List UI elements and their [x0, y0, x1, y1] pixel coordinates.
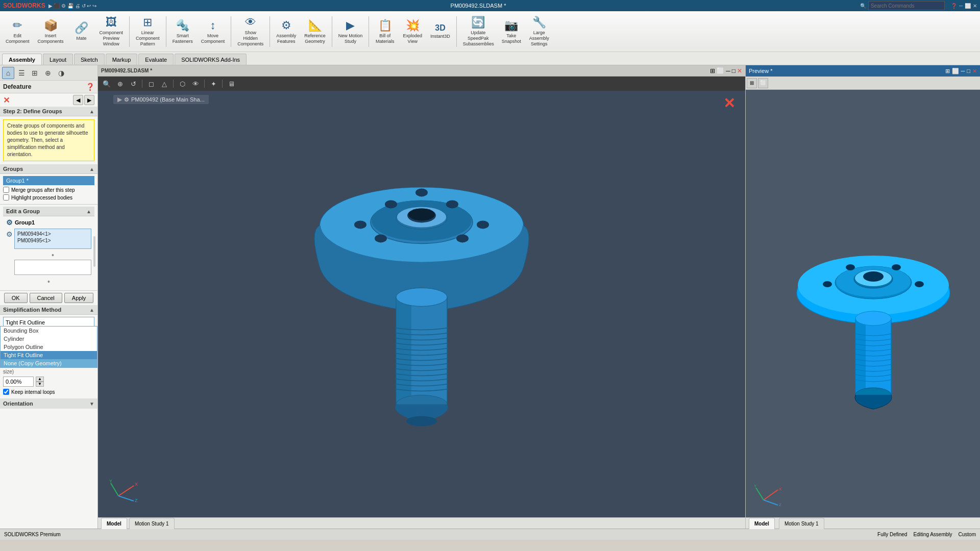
toolbar-linear-pattern[interactable]: ⊞ LinearComponentPattern — [132, 13, 163, 50]
vp-panel-restore[interactable]: ─ — [726, 67, 730, 74]
simplification-section-header[interactable]: Simplification Method ▲ — [0, 305, 97, 315]
spin-up[interactable]: ▲ — [36, 377, 44, 382]
svg-line-40 — [764, 500, 778, 505]
vp-zoom-to-fit[interactable]: 🔍 — [101, 78, 112, 89]
motion-study-icon: ▶ — [346, 19, 355, 32]
help-icon[interactable]: ❓ — [86, 83, 94, 91]
panel-tool-config[interactable]: ⊕ — [42, 67, 54, 79]
sep7 — [456, 16, 457, 47]
svg-point-35 — [892, 264, 901, 270]
vp-panel-btn1[interactable]: ⊞ — [710, 67, 715, 74]
vp-hide-show[interactable]: 👁 — [190, 78, 201, 89]
highlight-bodies-checkbox[interactable] — [3, 194, 9, 201]
panel-tool-properties[interactable]: ⊞ — [29, 67, 41, 79]
preview-tab-motion[interactable]: Motion Study 1 — [779, 518, 824, 529]
preview-title: Preview * — [749, 68, 772, 74]
orientation-header[interactable]: Orientation ▼ — [0, 398, 97, 409]
warning-text: Create groups of components and bodies t… — [7, 123, 88, 157]
toolbar-take-snapshot[interactable]: 📷 TakeSnapshot — [498, 13, 525, 50]
svg-point-33 — [915, 281, 924, 287]
dropdown-opt-tight-fit-outline[interactable]: Tight Fit Outline — [1, 351, 97, 359]
vp-previous-view[interactable]: ↺ — [128, 78, 139, 89]
vp-section-view[interactable]: ◻ — [145, 78, 157, 89]
toolbar-component-preview[interactable]: 🖼 ComponentPreviewWindow — [96, 13, 127, 50]
keep-internal-loops-row: Keep internal loops — [3, 389, 94, 395]
panel-tool-display[interactable]: ◑ — [55, 67, 67, 79]
nav-back-button[interactable]: ◀ — [73, 95, 83, 105]
nav-forward-button[interactable]: ▶ — [84, 95, 94, 105]
edit-group-header[interactable]: Edit a Group ▲ — [3, 207, 94, 216]
tab-layout[interactable]: Layout — [43, 54, 73, 65]
toolbar-assembly-features[interactable]: ⚙ AssemblyFeatures — [273, 13, 300, 50]
preview-btn-2[interactable]: ⬜ — [952, 68, 959, 74]
dropdown-opt-cylinder[interactable]: Cylinder — [1, 335, 97, 343]
merge-groups-checkbox[interactable] — [3, 187, 9, 193]
panel-tool-list[interactable]: ☰ — [15, 67, 28, 79]
toolbar-new-motion-study[interactable]: ▶ New MotionStudy — [335, 13, 366, 50]
cancel-button[interactable]: Cancel — [30, 293, 62, 303]
toolbar-update-speedpak[interactable]: 🔄 UpdateSpeedPakSubassemblies — [459, 13, 497, 50]
viewport-panel-title: PM009492.SLDASM * — [101, 68, 152, 73]
vp-panel-btn2[interactable]: ⬜ — [717, 67, 724, 74]
vp-view-settings[interactable]: 🖥 — [226, 78, 237, 89]
toolbar-exploded-view[interactable]: 💥 ExplodedView — [399, 13, 426, 50]
toolbar-bill-of-materials[interactable]: 📋 Bill ofMaterials — [372, 13, 398, 50]
preview-close[interactable]: ✕ — [972, 68, 977, 74]
toolbar-move-component[interactable]: ↕ MoveComponent — [198, 13, 229, 50]
prev-tool-2[interactable]: ⬜ — [758, 78, 768, 88]
toolbar-insert-components[interactable]: 📦 InsertComponents — [34, 13, 67, 50]
vp-view-orientation[interactable]: △ — [159, 78, 170, 89]
groups-section-header[interactable]: Groups ▲ — [0, 164, 97, 174]
preview-minimize[interactable]: ─ — [961, 68, 965, 74]
tab-assembly[interactable]: Assembly — [2, 54, 42, 65]
apply-button[interactable]: Apply — [64, 293, 94, 303]
dropdown-opt-bounding-box[interactable]: Bounding Box — [1, 327, 97, 335]
title-btn-minimize[interactable]: ─ — [959, 3, 963, 9]
dropdown-opt-none-copy[interactable]: None (Copy Geometry) — [1, 359, 97, 367]
toolbar-smart-fasteners[interactable]: 🔩 SmartFasteners — [169, 13, 197, 50]
step2-header[interactable]: Step 2: Define Groups ▲ — [0, 107, 97, 116]
preview-btn-1[interactable]: ⊞ — [945, 68, 950, 74]
cancel-x-button[interactable]: ✕ — [3, 95, 10, 105]
edit-group-title: Edit a Group — [6, 208, 40, 214]
toolbar-reference-geometry[interactable]: 📐 ReferenceGeometry — [301, 13, 329, 50]
ok-button[interactable]: OK — [4, 293, 28, 303]
component-list-box[interactable]: PM009494<1> PM009495<1> — [14, 229, 91, 249]
tab-motion-study-1[interactable]: Motion Study 1 — [129, 518, 175, 529]
title-btn-question[interactable]: ❓ — [951, 3, 957, 9]
tab-model-view[interactable]: Model — [101, 518, 127, 529]
dropdown-opt-polygon-outline[interactable]: Polygon Outline — [1, 343, 97, 351]
title-btn-restore[interactable]: ⬜ — [965, 3, 971, 9]
reference-geometry-icon: 📐 — [308, 19, 322, 32]
search-input[interactable] — [868, 1, 945, 10]
spin-down[interactable]: ▼ — [36, 382, 44, 387]
preview-maximize[interactable]: □ — [967, 68, 970, 74]
status-editing: Editing Assembly — [913, 532, 952, 537]
tab-markup[interactable]: Markup — [106, 54, 138, 65]
toolbar-mate[interactable]: 🔗 Mate — [68, 13, 95, 50]
vp-display-style[interactable]: ⬡ — [177, 78, 188, 89]
tab-solidworks-addins[interactable]: SOLIDWORKS Add-Ins — [175, 54, 247, 65]
toolbar-instant3d[interactable]: 3D Instant3D — [427, 13, 454, 50]
toolbar-edit-component[interactable]: ✏ EditComponent — [2, 13, 33, 50]
tab-sketch[interactable]: Sketch — [74, 54, 105, 65]
group1-item[interactable]: Group1 * — [3, 176, 94, 185]
vp-panel-maximize[interactable]: □ — [732, 67, 736, 74]
empty-components-box[interactable] — [14, 260, 91, 275]
panel-tool-home[interactable]: ⌂ — [2, 67, 14, 79]
toolbar-show-hidden[interactable]: 👁 ShowHiddenComponents — [234, 13, 267, 50]
size-spinner: ▲ ▼ — [36, 377, 44, 387]
close-model-button[interactable]: ✕ — [723, 95, 735, 112]
vp-apply-scene[interactable]: ✦ — [208, 78, 219, 89]
orientation-collapse: ▼ — [89, 401, 94, 407]
preview-tab-model[interactable]: Model — [749, 518, 775, 529]
vp-zoom-to-area[interactable]: ⊕ — [114, 78, 126, 89]
toolbar-large-assembly[interactable]: 🔧 LargeAssemblySettings — [526, 13, 553, 50]
keep-internal-loops-checkbox[interactable] — [3, 389, 9, 395]
size-input[interactable] — [3, 377, 34, 387]
tab-evaluate[interactable]: Evaluate — [138, 54, 174, 65]
vp-panel-close[interactable]: ✕ — [737, 67, 742, 74]
prev-tool-1[interactable]: ⊞ — [747, 78, 757, 88]
title-btn-close[interactable]: ✕ — [973, 3, 977, 9]
sw-logo: SOLIDWORKS — [3, 2, 45, 9]
